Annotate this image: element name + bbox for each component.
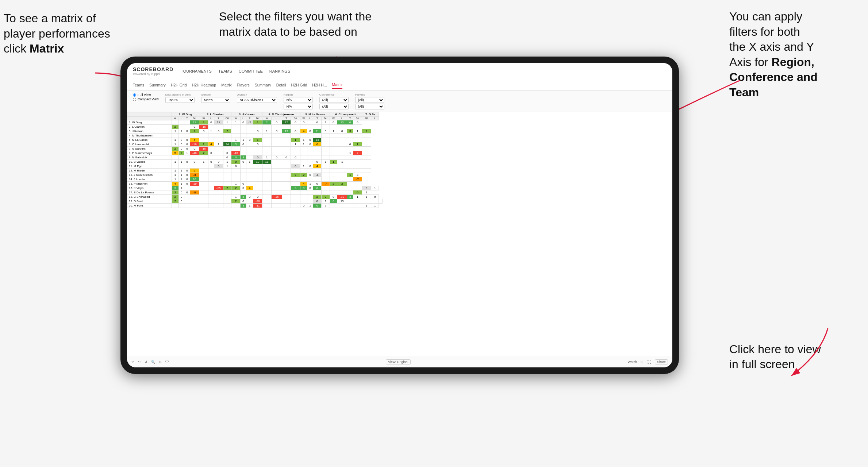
matrix-cell — [190, 164, 199, 169]
sub-col-l3: L — [241, 117, 246, 120]
nav-teams[interactable]: TEAMS — [218, 67, 232, 75]
matrix-cell — [253, 147, 262, 151]
toolbar-refresh[interactable]: ↺ — [145, 360, 147, 364]
matrix-cell — [282, 147, 291, 151]
matrix-cell — [231, 125, 241, 129]
matrix-cell — [214, 173, 223, 177]
matrix-cell — [241, 173, 246, 177]
matrix-cell — [337, 186, 347, 190]
tab-summary[interactable]: Summary — [149, 81, 166, 89]
matrix-cell — [291, 199, 300, 204]
toolbar-watch[interactable]: Watch — [628, 360, 637, 364]
region-select-1[interactable]: N/A — [284, 97, 313, 103]
tab-summary2[interactable]: Summary — [255, 81, 271, 89]
matrix-cell — [300, 147, 307, 151]
matrix-cell: 0 — [184, 160, 190, 164]
matrix-cell: 1 — [253, 120, 262, 125]
nav-rankings[interactable]: RANKINGS — [269, 67, 290, 75]
player-name-cell: 19. D Ford — [127, 199, 172, 204]
toolbar-undo[interactable]: ↩ — [131, 360, 134, 364]
matrix-cell: 1 — [199, 160, 208, 164]
gender-select[interactable]: Men's — [201, 97, 230, 103]
matrix-cell: 0 — [178, 142, 184, 147]
annotation-bottomright: Click here to view in full screen — [729, 342, 853, 372]
matrix-cell — [253, 125, 262, 129]
tab-matrix-active[interactable]: Matrix — [332, 81, 343, 89]
matrix-cell — [223, 125, 231, 129]
matrix-cell — [199, 190, 208, 195]
max-players-select[interactable]: Top 25 — [165, 97, 195, 103]
matrix-cell: 0 — [313, 120, 322, 125]
matrix-cell — [362, 199, 371, 204]
players-select-1[interactable]: (All) — [355, 97, 384, 103]
tab-h2h-grid2[interactable]: H2H Grid — [291, 81, 307, 89]
players-select-2[interactable]: (All) — [355, 104, 384, 109]
matrix-cell — [223, 204, 231, 208]
matrix-cell — [231, 177, 241, 182]
matrix-cell — [199, 204, 208, 208]
matrix-cell — [208, 147, 214, 151]
tab-matrix[interactable]: Matrix — [221, 81, 232, 89]
tab-players[interactable]: Players — [237, 81, 250, 89]
toolbar-share[interactable]: Share — [655, 359, 668, 364]
matrix-cell — [300, 134, 307, 138]
matrix-cell — [223, 138, 231, 142]
matrix-cell — [253, 177, 262, 182]
matrix-cell — [262, 190, 272, 195]
matrix-cell — [300, 155, 307, 160]
matrix-cell — [291, 177, 300, 182]
toolbar-redo[interactable]: ↪ — [138, 360, 141, 364]
matrix-cell — [337, 142, 347, 147]
toolbar-zoom-tools[interactable]: ⊞ — [159, 360, 162, 364]
matrix-cell: 2 — [172, 125, 178, 129]
toolbar-zoom-out[interactable]: 🔍 — [151, 360, 155, 364]
matrix-cell: 0 — [353, 120, 362, 125]
matrix-cell — [214, 195, 223, 199]
conference-select-1[interactable]: (All) — [319, 97, 349, 103]
division-select[interactable]: NCAA Division I — [237, 97, 277, 103]
matrix-cell: 0 — [190, 147, 199, 151]
region-select-2[interactable]: N/A — [284, 104, 313, 109]
tab-h2h-heatmap[interactable]: H2H Heatmap — [192, 81, 216, 89]
matrix-cell: 1 — [330, 129, 337, 134]
table-row: 5. M La Sasso1006110111014 — [127, 138, 383, 142]
sub-col-d6: Dif — [353, 117, 362, 120]
tab-detail[interactable]: Detail — [276, 81, 286, 89]
matrix-cell — [353, 155, 362, 160]
matrix-cell: 1 — [330, 160, 337, 164]
toolbar-view-original[interactable]: View: Original — [386, 359, 410, 364]
nav-tournaments[interactable]: TOURNAMENTS — [181, 67, 212, 75]
matrix-cell: -7 — [321, 182, 330, 186]
matrix-cell — [241, 125, 246, 129]
matrix-cell: 1 — [178, 129, 184, 134]
ann-topright-l1: You can apply — [729, 10, 802, 23]
compact-view-radio[interactable]: Compact View — [133, 97, 159, 101]
matrix-cell — [362, 155, 371, 160]
toolbar-grid-icon[interactable]: ⊞ — [641, 360, 644, 364]
matrix-cell — [282, 199, 291, 204]
conference-select-2[interactable]: (All) — [319, 104, 349, 109]
matrix-cell — [199, 182, 208, 186]
col-header-6: 6. C Lamprecht — [330, 112, 362, 117]
matrix-cell: 1 — [223, 160, 231, 164]
gender-label: Gender — [201, 93, 230, 96]
sub-col-empty — [127, 117, 172, 120]
tab-h2h-h[interactable]: H2H H... — [312, 81, 327, 89]
matrix-cell — [347, 199, 353, 204]
full-view-radio[interactable]: Full View — [133, 93, 159, 97]
player-name-cell: 13. J Skov Olesen — [127, 173, 172, 177]
nav-committee[interactable]: COMMITTEE — [239, 67, 263, 75]
tab-teams[interactable]: Teams — [133, 81, 144, 89]
matrix-cell: 0 — [321, 129, 330, 134]
matrix-cell: 14 — [313, 138, 322, 142]
matrix-cell — [337, 138, 347, 142]
toolbar-info[interactable]: ⓘ — [165, 359, 169, 364]
matrix-cell — [214, 147, 223, 151]
tab-h2h-grid[interactable]: H2H Grid — [171, 81, 187, 89]
matrix-cell — [262, 125, 272, 129]
table-row: 19. D Ford2020-2001013 — [127, 199, 383, 204]
toolbar-expand-icon[interactable]: ⛶ — [647, 360, 651, 364]
table-row: 15. P Maichon410-1910410-722 — [127, 182, 383, 186]
col-header-3: 3. J Koivun — [231, 112, 262, 117]
matrix-cell: 2 — [223, 129, 231, 134]
